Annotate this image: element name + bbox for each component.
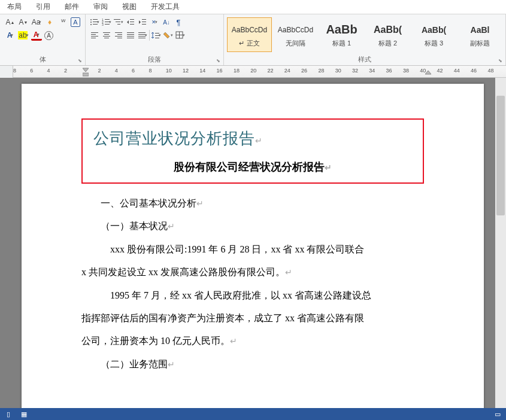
- borders-button[interactable]: ▾: [175, 30, 186, 41]
- indent-marker-icon[interactable]: [83, 66, 89, 77]
- svg-rect-29: [115, 32, 122, 33]
- numbering-button[interactable]: 123▾: [101, 17, 112, 28]
- font-effect-button[interactable]: A▾: [5, 30, 16, 41]
- tab-layout[interactable]: 布局: [0, 0, 29, 14]
- shading-button[interactable]: ▾: [163, 30, 174, 41]
- ruler-number: 36: [386, 68, 392, 74]
- svg-rect-26: [104, 34, 109, 35]
- style-nospacing[interactable]: AaBbCcDd 无间隔: [273, 17, 318, 52]
- svg-rect-19: [142, 22, 146, 22]
- change-case-button[interactable]: Aa▾: [31, 17, 42, 28]
- svg-rect-28: [104, 38, 109, 38]
- highlight-button[interactable]: ab▾: [18, 30, 29, 41]
- asian-layout-button[interactable]: ✕▾: [149, 17, 160, 28]
- styles-group-launcher-icon[interactable]: ⬊: [498, 58, 504, 64]
- font-group-launcher-icon[interactable]: ⬊: [78, 58, 84, 64]
- increase-indent-button[interactable]: [137, 17, 148, 28]
- ruler-number: 24: [284, 68, 290, 74]
- sort-button[interactable]: A↓: [161, 17, 172, 28]
- style-subtitle[interactable]: AaBl 副标题: [457, 17, 502, 52]
- svg-point-2: [90, 22, 92, 23]
- svg-rect-16: [130, 22, 134, 22]
- align-right-button[interactable]: [113, 30, 124, 41]
- ruler-number: 6: [132, 68, 135, 74]
- justify-button[interactable]: [125, 30, 136, 41]
- right-indent-marker-icon[interactable]: [425, 71, 431, 77]
- ribbon-group-font: A▲ A▼ Aa▾ ♦ ᵂ A A▾ ab▾ A▾ A 体 ⬊: [0, 14, 86, 65]
- scrollbar-thumb[interactable]: [496, 96, 505, 215]
- doc-heading-1[interactable]: 一、公司基本状况分析↵: [81, 192, 424, 215]
- svg-rect-23: [91, 36, 98, 36]
- clear-format-button[interactable]: ♦: [44, 17, 55, 28]
- align-center-button[interactable]: [101, 30, 112, 41]
- para-mark-icon: ↵: [168, 360, 175, 369]
- decrease-indent-button[interactable]: [125, 17, 136, 28]
- svg-rect-30: [117, 34, 122, 35]
- vertical-scrollbar[interactable]: [495, 78, 506, 408]
- tab-review[interactable]: 审阅: [86, 0, 115, 14]
- doc-body[interactable]: 一、公司基本状况分析↵ （一）基本状况↵ xxx 股份有限公司:1991 年 6…: [81, 192, 424, 376]
- tab-view[interactable]: 视图: [115, 0, 144, 14]
- doc-para-2[interactable]: x 共同发起设立 xx 发展高速公路股份有限公司。↵: [81, 261, 424, 284]
- svg-rect-22: [91, 34, 96, 35]
- ruler-number: 42: [437, 68, 443, 74]
- svg-rect-12: [114, 19, 120, 20]
- svg-rect-17: [130, 24, 134, 25]
- status-page-icon[interactable]: ▯: [4, 410, 13, 418]
- styles-gallery: AaBbCcDd ↵ 正文 AaBbCcDd 无间隔 AaBb 标题 1 AaB…: [226, 16, 503, 54]
- svg-rect-15: [130, 19, 134, 20]
- style-heading1[interactable]: AaBb 标题 1: [319, 17, 364, 52]
- ribbon: A▲ A▼ Aa▾ ♦ ᵂ A A▾ ab▾ A▾ A 体 ⬊ ▾ 123▾ ▾…: [0, 14, 506, 66]
- horizontal-ruler[interactable]: 8642246810121416182022242628303234363840…: [13, 66, 506, 77]
- style-heading3[interactable]: AaBb( 标题 3: [411, 17, 456, 52]
- ruler-number: 14: [199, 68, 205, 74]
- align-left-button[interactable]: [89, 30, 100, 41]
- svg-rect-32: [117, 38, 122, 38]
- doc-heading-2a[interactable]: （一）基本状况↵: [81, 215, 424, 238]
- doc-para-5[interactable]: 公司，注册资本为 10 亿元人民币。↵: [81, 330, 424, 352]
- grow-font-button[interactable]: A▲: [5, 17, 16, 28]
- doc-subtitle[interactable]: 股份有限公司经营状况分析报告↵: [93, 160, 412, 174]
- phonetic-button[interactable]: ᵂ: [57, 17, 68, 28]
- doc-main-title[interactable]: 公司营业状况分析报告↵: [93, 128, 412, 149]
- doc-para-1[interactable]: xxx 股份有限公司:1991 年 6 月 28 日，xx 省 xx 有限公司联…: [81, 238, 424, 261]
- svg-rect-34: [127, 34, 134, 35]
- doc-para-3[interactable]: 1995 年 7 月，经 xx 省人民政府批准，以 xx 省高速公路建设总: [81, 284, 424, 307]
- svg-text:3: 3: [102, 23, 104, 26]
- svg-point-0: [90, 19, 92, 20]
- ruler-number: 34: [369, 68, 375, 74]
- char-border-button[interactable]: A: [71, 17, 80, 27]
- para-mark-icon: ↵: [285, 268, 292, 277]
- doc-para-4[interactable]: 指挥部评估后的国有净资产为注册资本，成立了 xx 省高速公路有限: [81, 307, 424, 330]
- view-read-icon[interactable]: ▭: [493, 410, 502, 418]
- enclose-char-button[interactable]: A: [44, 31, 53, 40]
- style-normal[interactable]: AaBbCcDd ↵ 正文: [227, 17, 272, 52]
- tab-mail[interactable]: 邮件: [57, 0, 86, 14]
- ruler-number: 2: [98, 68, 101, 74]
- doc-heading-2b[interactable]: （二）业务范围↵: [81, 353, 424, 376]
- bullets-button[interactable]: ▾: [89, 17, 100, 28]
- styles-group-label: 样式: [224, 55, 505, 64]
- shrink-font-button[interactable]: A▼: [18, 17, 29, 28]
- document-page[interactable]: 公司营业状况分析报告↵ 股份有限公司经营状况分析报告↵ 一、公司基本状况分析↵ …: [22, 84, 484, 408]
- document-area: 公司营业状况分析报告↵ 股份有限公司经营状况分析报告↵ 一、公司基本状况分析↵ …: [0, 78, 506, 408]
- tab-references[interactable]: 引用: [29, 0, 57, 14]
- highlight-box: 公司营业状况分析报告↵ 股份有限公司经营状况分析报告↵: [81, 118, 424, 184]
- status-macro-icon[interactable]: ▦: [19, 410, 29, 418]
- ruler-number: 26: [301, 68, 307, 74]
- menu-tabs: 布局 引用 邮件 审阅 视图 开发工具: [0, 0, 506, 14]
- ruler-number: 30: [335, 68, 341, 74]
- para-mark-icon: ↵: [325, 163, 332, 172]
- ruler-number: 4: [115, 68, 118, 74]
- ruler-number: 18: [234, 68, 240, 74]
- ruler-number: 10: [166, 68, 172, 74]
- font-color-button[interactable]: A▾: [31, 30, 42, 41]
- show-marks-button[interactable]: ¶: [173, 17, 184, 28]
- distribute-button[interactable]: ▾: [137, 30, 148, 41]
- tab-devtools[interactable]: 开发工具: [144, 0, 187, 14]
- para-group-launcher-icon[interactable]: ⬊: [216, 58, 222, 64]
- ruler-number: 12: [183, 68, 189, 74]
- multilevel-button[interactable]: ▾: [113, 17, 124, 28]
- style-heading2[interactable]: AaBb( 标题 2: [365, 17, 410, 52]
- line-spacing-button[interactable]: ▾: [151, 30, 162, 41]
